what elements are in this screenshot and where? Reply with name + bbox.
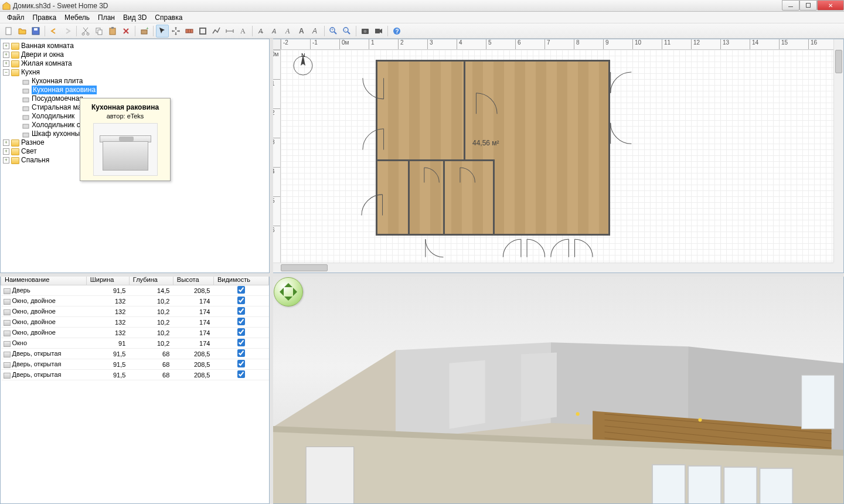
text-bold-button[interactable]: A+ [255,25,268,38]
help-button[interactable]: ? [390,25,403,38]
redo-button[interactable] [61,25,74,38]
undo-button[interactable] [47,25,60,38]
zoom-in-button[interactable]: + [327,25,340,38]
furniture-list-pane: Наименование Ширина Глубина Высота Видим… [0,273,270,504]
menu-file[interactable]: Файл [4,12,28,23]
visibility-checkbox[interactable] [237,307,245,315]
table-row[interactable]: Окно, двойное13210,2174 [1,328,269,338]
plan-scrollbar-vertical[interactable] [833,39,843,263]
visibility-checkbox[interactable] [237,349,245,357]
tree-fridge[interactable]: Холодильник [32,112,74,121]
expand-icon[interactable]: + [3,43,9,49]
menu-edit[interactable]: Правка [29,12,60,23]
video-button[interactable] [372,25,385,38]
expand-icon[interactable]: + [3,60,9,67]
tree-sink-selected[interactable]: Кухонная раковина [32,86,97,94]
text-small-button[interactable]: A- [268,25,281,38]
visibility-checkbox[interactable] [237,370,245,378]
menu-view3d[interactable]: Вид 3D [120,12,150,23]
cut-button[interactable] [79,25,92,38]
text-style-a-button[interactable]: A [295,25,308,38]
expand-icon[interactable]: + [3,157,9,164]
maximize-button[interactable] [799,0,817,11]
wall-tool[interactable] [183,25,196,38]
new-button[interactable] [2,25,15,38]
text-tool[interactable]: A [237,25,250,38]
table-row[interactable]: Дверь91,514,5208,5 [1,285,269,296]
furniture-icon [22,121,30,130]
tree-washer[interactable]: Стиральная ма [32,103,82,112]
wall[interactable] [376,159,493,161]
delete-button[interactable] [120,25,132,38]
open-button[interactable] [16,25,29,38]
svg-text:+: + [146,26,149,31]
table-row[interactable]: Дверь, открытая91,568208,5 [1,359,269,370]
visibility-checkbox[interactable] [237,328,245,336]
copy-button[interactable] [93,25,106,38]
tree-living-room[interactable]: Жилая комната [21,59,72,68]
zoom-out-button[interactable]: - [341,25,353,38]
nav-control[interactable] [274,277,303,307]
select-tool[interactable] [156,25,169,38]
dimension-tool[interactable] [223,25,236,38]
nav-right-icon[interactable] [293,288,301,296]
close-button[interactable]: ✕ [817,0,844,11]
table-row[interactable]: Окно, двойное13210,2174 [1,296,269,307]
tree-cabinet[interactable]: Шкаф кухонны [32,130,80,138]
tree-light[interactable]: Свет [21,147,37,156]
visibility-checkbox[interactable] [237,286,245,294]
wall[interactable] [493,159,495,236]
table-row[interactable]: Окно, двойное13210,2174 [1,317,269,328]
wall[interactable] [408,159,410,236]
tree-stove[interactable]: Кухонная плита [32,77,83,86]
collapse-icon[interactable]: − [3,69,9,76]
splitter-horizontal[interactable] [0,273,844,277]
polyline-tool[interactable] [210,25,223,38]
svg-rect-3 [34,28,38,30]
furniture-table[interactable]: Наименование Ширина Глубина Высота Видим… [1,274,269,380]
wall[interactable] [464,60,465,159]
tree-bathroom[interactable]: Ванная комната [21,42,74,50]
svg-point-34 [364,30,367,33]
tree-doors-windows[interactable]: Двери и окна [21,50,64,59]
wall[interactable] [443,159,445,236]
visibility-checkbox[interactable] [237,360,245,367]
tree-fridge2[interactable]: Холодильник с [32,121,80,130]
visibility-checkbox[interactable] [237,318,245,325]
tree-bedroom[interactable]: Спальня [21,156,49,165]
nav-up-icon[interactable] [284,279,292,287]
expand-icon[interactable]: + [3,52,9,58]
svg-rect-7 [98,30,102,35]
expand-icon[interactable]: + [3,139,9,146]
table-row[interactable]: Дверь, открытая91,568208,5 [1,370,269,380]
save-button[interactable] [29,25,42,38]
tree-misc[interactable]: Разное [21,138,45,147]
menu-furniture[interactable]: Мебель [61,12,93,23]
tree-dishwasher[interactable]: Посудомоечная [32,94,83,103]
nav-down-icon[interactable] [284,297,292,305]
nav-left-icon[interactable] [275,288,284,296]
plan-view[interactable]: -2-10м12345678910111213141516 0м123456 4… [270,39,844,273]
table-row[interactable]: Дверь, открытая91,568208,5 [1,349,269,359]
visibility-checkbox[interactable] [237,297,245,304]
visibility-checkbox[interactable] [237,339,245,346]
folder-icon [11,148,19,155]
paste-button[interactable] [106,25,119,38]
table-row[interactable]: Окно, двойное13210,2174 [1,307,269,317]
table-row[interactable]: Окно9110,2174 [1,338,269,349]
text-italic-button[interactable]: A [282,25,295,38]
tree-kitchen[interactable]: Кухня [21,68,40,77]
photo-button[interactable] [359,25,372,38]
text-style-b-button[interactable]: A [309,25,322,38]
minimize-button[interactable] [782,0,799,11]
room-tool[interactable] [196,25,209,38]
splitter-vertical[interactable] [270,39,273,504]
menu-help[interactable]: Справка [151,12,186,23]
view-3d[interactable] [270,273,844,504]
expand-icon[interactable]: + [3,148,9,155]
add-furniture-button[interactable]: + [138,25,151,38]
plan-scrollbar-horizontal[interactable] [270,263,833,273]
menu-plan[interactable]: План [94,12,118,23]
pan-tool[interactable] [169,25,182,38]
app-icon [2,2,11,10]
